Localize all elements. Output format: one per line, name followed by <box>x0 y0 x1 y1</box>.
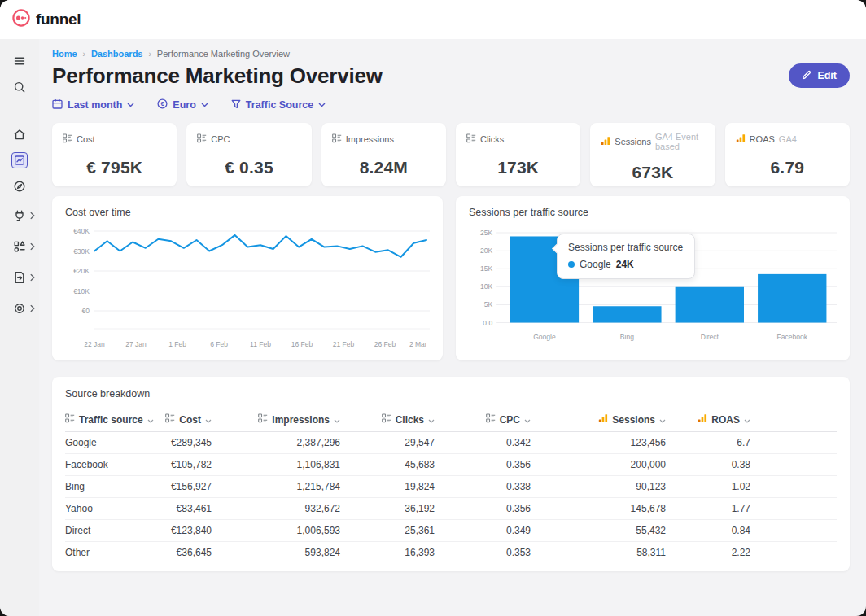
cell-cost: €36,645 <box>161 542 212 563</box>
datasource-icon <box>486 413 496 426</box>
cell-cost: €123,840 <box>161 520 212 541</box>
kpi-card-sessions[interactable]: SessionsGA4 Event based673K <box>590 123 715 186</box>
cell-roas: 6.7 <box>666 432 750 453</box>
sidebar-item-exports[interactable] <box>5 265 34 290</box>
svg-text:Direct: Direct <box>701 333 719 341</box>
kpi-card-cpc[interactable]: CPC€ 0.35 <box>186 123 311 186</box>
sidebar-item-connectors[interactable] <box>5 203 34 228</box>
column-header-cpc[interactable]: CPC <box>435 409 531 431</box>
svg-text:21 Feb: 21 Feb <box>333 340 355 348</box>
line-chart[interactable]: €0€10K€20K€30K€40K22 Jan27 Jan1 Feb6 Feb… <box>65 223 430 355</box>
svg-text:0.0: 0.0 <box>483 319 492 327</box>
cell-cpc: 0.353 <box>435 542 531 563</box>
caret-down-icon <box>428 414 435 426</box>
svg-text:11 Feb: 11 Feb <box>250 340 271 348</box>
cell-roas: 1.77 <box>666 498 750 519</box>
sidebar-item-home[interactable] <box>5 122 34 146</box>
home-icon <box>12 127 27 142</box>
kpi-card-clicks[interactable]: Clicks173K <box>456 123 580 186</box>
date-range-filter[interactable]: Last month <box>52 98 134 111</box>
tooltip-value: 24K <box>616 259 634 270</box>
svg-text:5K: 5K <box>484 300 493 308</box>
main-content: Home › Dashboards › Performance Marketin… <box>39 39 866 616</box>
column-header-roas[interactable]: ROAS <box>666 409 750 431</box>
cell-cpc: 0.342 <box>435 432 531 453</box>
sidebar-item-settings[interactable] <box>5 296 34 321</box>
cell-impressions: 1,106,831 <box>212 454 340 475</box>
svg-text:2 Mar: 2 Mar <box>409 340 427 348</box>
kpi-card-cost[interactable]: Cost€ 795K <box>52 123 177 186</box>
kpi-value: € 0.35 <box>197 158 300 177</box>
svg-text:€20K: €20K <box>73 267 90 275</box>
currency-filter[interactable]: € Euro <box>157 98 208 111</box>
kpi-label: CPC <box>211 134 230 144</box>
cost-over-time-card: Cost over time €0€10K€20K€30K€40K22 Jan2… <box>52 196 443 360</box>
kpi-label: Impressions <box>346 134 394 144</box>
kpi-value: 173K <box>466 158 570 177</box>
table-header-row: Traffic sourceCostImpressionsClicksCPCSe… <box>65 409 837 432</box>
sessions-per-source-card: Sessions per traffic source 0.05K10K15K2… <box>456 196 850 360</box>
column-header-traffic-source[interactable]: Traffic source <box>65 409 161 431</box>
edit-button[interactable]: Edit <box>789 63 850 88</box>
breadcrumb-home[interactable]: Home <box>52 49 77 59</box>
funnel-logo-icon <box>11 8 31 31</box>
traffic-source-filter[interactable]: Traffic Source <box>231 99 326 111</box>
cell-roas: 0.38 <box>666 454 750 475</box>
sidebar-item-data-sources[interactable] <box>5 234 34 259</box>
kpi-card-impressions[interactable]: Impressions8.24M <box>321 123 446 186</box>
cell-impressions: 593,824 <box>212 542 340 563</box>
kpi-value: € 795K <box>63 158 166 177</box>
svg-text:27 Jan: 27 Jan <box>125 340 147 348</box>
kpi-row: Cost€ 795KCPC€ 0.35Impressions8.24MClick… <box>52 123 850 186</box>
cell-impressions: 932,672 <box>212 498 340 519</box>
breadcrumb-separator: › <box>148 50 151 59</box>
breadcrumb-current: Performance Marketing Overview <box>157 49 290 59</box>
breadcrumb: Home › Dashboards › Performance Marketin… <box>52 49 850 59</box>
caret-down-icon <box>205 414 212 426</box>
cell-clicks: 29,547 <box>340 432 435 453</box>
hamburger-icon <box>12 54 27 68</box>
kpi-label: ROAS <box>750 134 775 144</box>
svg-text:€10K: €10K <box>73 287 90 295</box>
cell-traffic-source: Direct <box>65 520 161 541</box>
sidebar-item-menu[interactable] <box>5 49 34 73</box>
datasource-icon <box>466 132 476 146</box>
app-window: funnel Home › Dashboards › Performance M… <box>0 0 866 616</box>
ga4-bars-icon <box>736 132 746 146</box>
caret-down-icon <box>744 414 750 426</box>
kpi-value: 8.24M <box>332 158 435 177</box>
kpi-label: Clicks <box>480 134 504 144</box>
chevron-down-icon <box>318 103 326 107</box>
cell-traffic-source: Facebook <box>65 454 161 475</box>
column-header-clicks[interactable]: Clicks <box>340 409 435 431</box>
ga4-bars-icon <box>598 413 608 426</box>
table-row-other: Other€36,645593,82416,3930.35358,3112.22 <box>65 542 837 563</box>
column-header-cost[interactable]: Cost <box>161 409 212 431</box>
dashboard-icon <box>11 152 28 168</box>
column-header-sessions[interactable]: Sessions <box>531 409 666 431</box>
sidebar-item-dashboards[interactable] <box>5 148 34 173</box>
svg-text:€30K: €30K <box>73 247 90 256</box>
cell-roas: 0.84 <box>666 520 750 541</box>
datasource-icon <box>65 413 75 426</box>
caret-down-icon <box>524 414 531 426</box>
breadcrumb-separator: › <box>83 50 85 59</box>
svg-text:25K: 25K <box>480 229 492 237</box>
cell-traffic-source: Other <box>65 542 161 563</box>
column-header-impressions[interactable]: Impressions <box>212 409 340 431</box>
chevron-right-icon <box>30 274 36 282</box>
svg-text:16 Feb: 16 Feb <box>291 340 313 348</box>
sidebar-item-search[interactable] <box>5 75 34 99</box>
pencil-icon <box>802 70 811 82</box>
funnel-logo[interactable]: funnel <box>11 8 81 31</box>
table-row-google: Google€289,3452,387,29629,5470.342123,45… <box>65 432 837 454</box>
table-row-bing: Bing€156,9271,215,78419,8240.33890,1231.… <box>65 476 837 498</box>
cell-traffic-source: Yahoo <box>65 498 161 519</box>
kpi-card-roas[interactable]: ROASGA46.79 <box>725 123 850 186</box>
cell-cpc: 0.356 <box>435 498 531 519</box>
sidebar <box>0 39 39 616</box>
svg-text:6 Feb: 6 Feb <box>210 340 228 348</box>
breadcrumb-dashboards[interactable]: Dashboards <box>91 49 143 59</box>
gear-icon <box>12 301 27 316</box>
sidebar-item-explore[interactable] <box>5 174 34 199</box>
